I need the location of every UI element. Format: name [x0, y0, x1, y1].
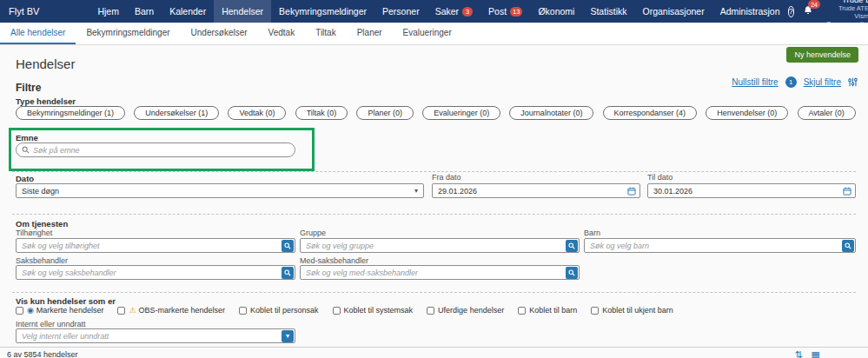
til-dato-input[interactable]: 30.01.2026 — [647, 183, 856, 198]
internt-select-input[interactable]: Velg internt eller unndratt ▾ — [16, 328, 295, 343]
tab-tiltak[interactable]: Tiltak — [305, 23, 347, 44]
checkbox-box[interactable] — [117, 307, 125, 315]
saksbehandler-input[interactable]: Søk og velg saksbehandler — [16, 265, 295, 280]
fra-dato-value: 29.01.2026 — [438, 187, 477, 196]
tab-vedtak[interactable]: Vedtak — [258, 23, 306, 44]
emne-search-input[interactable]: Søk på emne — [16, 143, 295, 157]
checkbox-box[interactable] — [333, 307, 341, 315]
period-select[interactable]: Siste døgn ▾ — [16, 183, 424, 198]
topnav-right-group: ? 24 Trude L. Trude ATE / Visma Barnever… — [788, 0, 868, 23]
med-saksbehandler-placeholder: Søk og velg med-saksbehandler — [306, 268, 418, 277]
vis-kun-label: Vis kun hendelser som er — [16, 296, 116, 306]
calendar-icon[interactable] — [627, 187, 636, 196]
footer-controls: ⇅ ▦ — [794, 349, 820, 358]
footer-divider — [0, 347, 868, 348]
nav-item-bekymringsmeldinger[interactable]: Bekymringsmeldinger — [271, 0, 374, 23]
pill-journalnotater[interactable]: Journalnotater (0) — [509, 106, 593, 120]
search-select-icon[interactable] — [842, 240, 854, 252]
checkbox-obs-markerte-hendelser[interactable]: ⚠ OBS-markerte hendelser — [117, 306, 225, 315]
til-dato-label: Til dato — [647, 173, 673, 182]
checkbox-label: Koblet til barn — [529, 306, 577, 315]
fra-dato-input[interactable]: 29.01.2026 — [432, 183, 640, 198]
calendar-icon[interactable] — [843, 187, 851, 196]
dato-label: Dato — [16, 174, 34, 183]
pill-henvendelser[interactable]: Henvendelser (0) — [706, 106, 788, 120]
help-icon[interactable]: ? — [788, 6, 794, 17]
tab-evalueringer[interactable]: Evalueringer — [393, 23, 462, 44]
checkbox-markerte-hendelser[interactable]: ◉ Markerte hendelser — [16, 306, 103, 315]
reset-filters-link[interactable]: Nullstill filtre — [732, 77, 778, 87]
checkbox-label: Koblet til systemsak — [344, 306, 414, 315]
filters-heading: Filtre — [16, 82, 41, 94]
internt-placeholder: Velg internt eller unndratt — [22, 332, 109, 341]
nav-item-hendelser[interactable]: Hendelser — [214, 0, 271, 23]
search-select-icon[interactable] — [566, 240, 578, 252]
tab-bekymringsmeldinger[interactable]: Bekymringsmeldinger — [76, 23, 180, 44]
checkbox-box[interactable] — [16, 307, 23, 315]
filter-sliders-icon — [848, 77, 858, 87]
nav-item-kalender[interactable]: Kalender — [162, 0, 214, 23]
view-options-icon[interactable]: ▦ — [812, 349, 820, 358]
barn-input[interactable]: Søk og velg barn — [584, 238, 856, 253]
tilhorighet-label: Tilhørighet — [16, 229, 52, 237]
nav-item-barn[interactable]: Barn — [127, 0, 162, 23]
checkbox-koblet-til-barn[interactable]: Koblet til barn — [518, 306, 577, 315]
gruppe-placeholder: Søk og velg gruppe — [306, 242, 374, 250]
search-select-icon[interactable] — [282, 267, 294, 279]
checkbox-label: Koblet til personsak — [250, 306, 319, 315]
pill-vedtak[interactable]: Vedtak (0) — [228, 106, 286, 120]
tilhorighet-placeholder: Søk og velg tilhørighet — [22, 242, 100, 250]
checkbox-koblet-til-systemsak[interactable]: Koblet til systemsak — [333, 306, 414, 315]
emne-label: Emne — [16, 133, 38, 143]
new-henvendelse-button[interactable]: Ny henvendelse — [786, 47, 858, 63]
med-saksbehandler-input[interactable]: Søk og velg med-saksbehandler — [300, 265, 580, 280]
hide-filters-link[interactable]: Skjul filtre — [804, 77, 841, 87]
sort-icon[interactable]: ⇅ — [794, 349, 802, 358]
search-select-icon[interactable] — [282, 240, 294, 252]
checkbox-box[interactable] — [239, 307, 247, 315]
checkbox-uferdige-hendelser[interactable]: Uferdige hendelser — [427, 306, 504, 315]
pill-undersokelser[interactable]: Undersøkelser (1) — [134, 106, 219, 120]
nav-item-statistikk[interactable]: Statistikk — [582, 0, 634, 23]
period-select-value: Siste døgn — [22, 187, 59, 196]
checkbox-koblet-til-ukjent-barn[interactable]: Koblet til ukjent barn — [591, 306, 673, 315]
tilhorighet-input[interactable]: Søk og velg tilhørighet — [16, 238, 295, 253]
checkbox-box[interactable] — [427, 307, 434, 315]
pill-tiltak[interactable]: Tiltak (0) — [295, 106, 348, 120]
checkbox-box[interactable] — [518, 307, 526, 315]
pill-planer[interactable]: Planer (0) — [356, 106, 414, 120]
notification-count-badge: 24 — [808, 0, 820, 9]
saksbehandler-label: Saksbehandler — [16, 256, 68, 265]
nav-item-organisasjoner[interactable]: Organisasjoner — [634, 0, 712, 23]
warning-triangle-icon: ⚠ — [129, 307, 136, 315]
main-content: Hendelser Ny henvendelse Filtre Nullstil… — [0, 45, 868, 358]
checkbox-box[interactable] — [591, 307, 599, 315]
pill-bekymringsmeldinger[interactable]: Bekymringsmeldinger (1) — [16, 106, 125, 120]
nav-item-administrasjon[interactable]: Administrasjon — [712, 0, 788, 23]
search-icon — [22, 146, 30, 154]
checkbox-koblet-til-personsak[interactable]: Koblet til personsak — [239, 306, 319, 315]
post-count-badge: 13 — [510, 7, 522, 17]
til-dato-value: 30.01.2026 — [653, 187, 692, 196]
notifications-button[interactable]: 24 — [803, 5, 813, 17]
nav-item-personer[interactable]: Personer — [374, 0, 427, 23]
om-tjenesten-label: Om tjenesten — [16, 219, 68, 229]
pill-evalueringer[interactable]: Evalueringer (0) — [422, 106, 500, 120]
tab-undersokelser[interactable]: Undersøkelser — [181, 23, 258, 44]
search-select-icon[interactable] — [566, 267, 578, 279]
nav-item-hjem[interactable]: Hjem — [89, 0, 127, 23]
tab-alle-hendelser[interactable]: Alle hendelser — [0, 23, 76, 44]
pill-avtaler[interactable]: Avtaler (0) — [798, 106, 856, 120]
select-list-icon[interactable]: ▾ — [282, 330, 294, 342]
result-count: 6 av 5854 hendelser — [7, 350, 78, 358]
nav-item-post[interactable]: Post 13 — [480, 0, 530, 23]
nav-item-saker[interactable]: Saker 3 — [427, 0, 480, 23]
tab-planer[interactable]: Planer — [347, 23, 393, 44]
chevron-down-icon: ▾ — [414, 187, 423, 195]
filter-links: Nullstill filtre 1 Skjul filtre — [732, 76, 858, 88]
type-pills-row: Bekymringsmeldinger (1) Undersøkelser (1… — [16, 106, 856, 120]
pill-korrespondanser[interactable]: Korrespondanser (4) — [603, 106, 698, 120]
gruppe-input[interactable]: Søk og velg gruppe — [300, 238, 580, 253]
nav-item-okonomi[interactable]: Økonomi — [530, 0, 582, 23]
app-brand[interactable]: Flyt BV — [0, 0, 48, 23]
